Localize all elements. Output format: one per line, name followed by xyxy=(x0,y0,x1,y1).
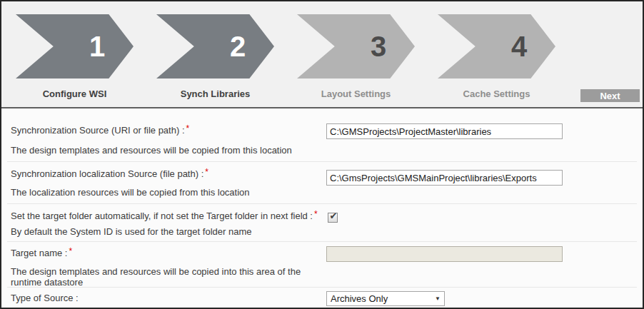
wizard-steps: 1 Configure WSI 2 Synch Libraries 3 Layo… xyxy=(16,14,643,99)
chevron-down-icon: ▼ xyxy=(435,295,441,302)
step-label: Layout Settings xyxy=(297,88,415,99)
field-label: Set the target folder automatically, if … xyxy=(11,211,637,221)
field-control xyxy=(326,246,563,262)
field-label-text: Synchronization localization Source (fil… xyxy=(11,168,203,179)
step-label: Synch Libraries xyxy=(156,88,274,99)
step-number: 1 xyxy=(89,32,105,61)
field-control xyxy=(326,170,563,186)
wizard-header: 1 Configure WSI 2 Synch Libraries 3 Layo… xyxy=(1,1,643,108)
field-description: The design templates and resources will … xyxy=(11,145,316,156)
field-label: Type of Source : xyxy=(11,293,637,303)
field-description: The design templates and resources will … xyxy=(11,266,316,288)
select-selected-value: Archives Only xyxy=(331,293,432,304)
required-marker: * xyxy=(314,209,318,219)
step-arrow-icon: 2 xyxy=(156,14,274,78)
required-marker: * xyxy=(69,246,73,256)
sync-settings-form: Synchronization Source (URI or file path… xyxy=(1,108,643,308)
step-arrow-icon: 1 xyxy=(16,14,134,78)
field-control: ✔ xyxy=(328,211,338,223)
field-description: By default the System ID is used for the… xyxy=(11,226,316,237)
field-control xyxy=(326,123,563,139)
field-label-text: Type of Source : xyxy=(11,293,79,303)
auto-target-folder-checkbox[interactable]: ✔ xyxy=(328,213,338,223)
wizard-step-3-layout-settings[interactable]: 3 Layout Settings xyxy=(297,14,438,99)
target-name-input xyxy=(326,246,563,262)
required-marker: * xyxy=(186,123,190,133)
field-description: The localization resources will be copie… xyxy=(11,187,316,198)
step-label: Cache Settings xyxy=(438,88,555,99)
wizard-step-2-synch-libraries[interactable]: 2 Synch Libraries xyxy=(156,14,297,99)
next-button[interactable]: Next xyxy=(580,89,640,102)
wizard-step-1-configure-wsi[interactable]: 1 Configure WSI xyxy=(16,14,156,99)
form-row-auto-target-folder: Set the target folder automatically, if … xyxy=(7,204,637,242)
step-arrow-icon: 3 xyxy=(297,14,415,78)
form-row-sync-source: Synchronization Source (URI or file path… xyxy=(7,116,637,162)
form-row-localization-source: Synchronization localization Source (fil… xyxy=(7,162,637,204)
field-label-text: Synchronization Source (URI or file path… xyxy=(11,125,185,136)
form-row-target-name: Target name :* The design templates and … xyxy=(7,242,637,288)
step-number: 2 xyxy=(230,32,246,61)
type-of-source-select[interactable]: Archives Only ▼ xyxy=(326,291,445,306)
sync-source-input[interactable] xyxy=(326,123,563,139)
wizard-page: { "wizard": { "steps": [ { "number": "1"… xyxy=(0,0,644,309)
field-label-text: Target name : xyxy=(11,248,68,258)
localization-source-input[interactable] xyxy=(326,170,563,186)
form-row-type-of-source: Type of Source : Archives Only ▼ xyxy=(7,288,637,308)
required-marker: * xyxy=(205,167,208,177)
checkmark-icon: ✔ xyxy=(330,211,338,221)
field-label-text: Set the target folder automatically, if … xyxy=(11,211,313,221)
step-number: 4 xyxy=(511,32,527,61)
step-number: 3 xyxy=(371,32,386,61)
step-arrow-icon: 4 xyxy=(438,14,555,78)
field-control: Archives Only ▼ xyxy=(326,291,445,306)
step-label: Configure WSI xyxy=(16,88,134,99)
wizard-step-4-cache-settings[interactable]: 4 Cache Settings xyxy=(438,14,578,99)
